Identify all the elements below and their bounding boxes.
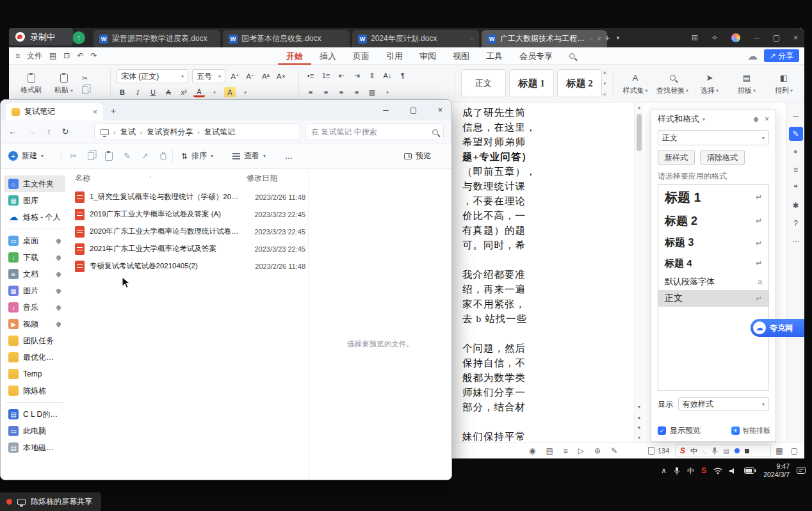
grow-font-icon[interactable]: A⁺ [229, 70, 241, 83]
edit-mode-icon[interactable]: ✎ [611, 446, 617, 455]
window-layout-icon[interactable]: ⊞ [692, 33, 698, 42]
sidebar-item-downloads[interactable]: ↓下载 [4, 249, 65, 266]
style-item-heading4[interactable]: 标题 4↵ [658, 254, 768, 273]
view-grid-icon[interactable]: ▦ [775, 446, 783, 455]
align-center-icon[interactable]: ≡ [320, 86, 332, 99]
crumb-fushi[interactable]: 复试 [120, 127, 136, 138]
search-icon[interactable] [561, 48, 583, 65]
show-styles-combo[interactable]: 有效样式▾ [678, 397, 769, 411]
minimize-button[interactable]: ─ [754, 33, 759, 42]
sidebar-item-folder[interactable]: 陈烁栋 [4, 382, 65, 399]
web-layout-icon[interactable]: ⊕ [594, 446, 601, 455]
page-layout-icon[interactable]: ▤ [546, 446, 553, 455]
tab-insert[interactable]: 插入 [311, 48, 345, 65]
scroll-down-icon[interactable]: ▾ [638, 404, 640, 410]
share-icon[interactable]: ↗ [142, 151, 149, 161]
close-button[interactable]: × [793, 33, 798, 42]
tab-restore-icon[interactable]: ▫ [590, 35, 593, 44]
minimize-button[interactable]: ─ [383, 106, 389, 115]
previous-page-icon[interactable]: ▴ [638, 414, 640, 420]
shrink-font-icon[interactable]: A⁻ [245, 70, 256, 83]
align-left-icon[interactable]: ≡ [305, 86, 316, 99]
next-page-icon[interactable]: ▾ [638, 435, 640, 441]
wifi-icon[interactable] [713, 467, 722, 474]
tools-icon[interactable]: ✱ [789, 199, 803, 213]
doc-tab[interactable]: W2024年度计划.docx◦ [352, 30, 479, 47]
font-color-caret-icon[interactable]: ▾ [209, 86, 220, 99]
line-spacing-icon[interactable]: ⇕ [366, 69, 378, 82]
search-input[interactable] [311, 127, 428, 136]
cloud-sync-icon[interactable]: ☁ [747, 50, 758, 62]
smart-typeset-button[interactable]: ✦智能排版 [731, 426, 770, 435]
new-button[interactable]: + 新建 ▾ [8, 143, 44, 168]
style-item-heading1[interactable]: 标题 1↵ [658, 185, 768, 209]
wps-ai-icon[interactable] [731, 33, 740, 42]
proofread-icon[interactable]: ◉ [529, 446, 535, 455]
input-language-icon[interactable]: 中 [687, 466, 694, 476]
arrange-tool[interactable]: ◧排列▾ [766, 69, 802, 99]
clock[interactable]: 9:47 2024/3/7 [763, 462, 790, 479]
read-mode-icon[interactable]: ▷ [578, 446, 584, 455]
browse-object-icon[interactable]: ● [638, 425, 641, 430]
outline-panel-icon[interactable]: ≡ [789, 163, 803, 177]
rename-icon[interactable]: ✎ [124, 151, 131, 161]
explorer-tab[interactable]: 复试笔记 × [6, 103, 103, 120]
sidebar-item-desktop[interactable]: ▭桌面 [4, 232, 65, 249]
input-mode-chinese[interactable]: 中 [690, 446, 697, 456]
document-scrollbar[interactable]: ▴ ▾ ▴ ● ▾ [634, 102, 643, 442]
crumb-ziliao[interactable]: 复试资料分享 [147, 127, 193, 138]
search-box[interactable] [305, 124, 444, 140]
battery-icon[interactable] [744, 467, 756, 474]
sogou-tray-icon[interactable]: S [701, 466, 706, 475]
sidebar-item-folder[interactable]: Temp [4, 366, 65, 382]
save-icon[interactable]: ▤ [49, 51, 56, 60]
maximize-button[interactable]: ▢ [410, 106, 417, 115]
sidebar-item-music[interactable]: ♪音乐 [4, 299, 65, 316]
hidden-icons-chevron[interactable]: ∧ [661, 466, 667, 475]
maximize-button[interactable]: ▢ [773, 33, 780, 42]
sort-icon[interactable]: A↓ [382, 69, 393, 82]
skin-icon[interactable] [735, 448, 740, 453]
clear-format-icon[interactable]: A× [275, 70, 287, 83]
paste-icon[interactable] [105, 152, 113, 161]
sidebar-item-this-pc[interactable]: ▭此电脑 [4, 423, 65, 439]
file-row[interactable]: 2019广东工业大学概率论试卷及答案 (A)2023/3/23 22:45 [72, 206, 308, 223]
doc-tab-active[interactable]: W广工大数据技术与工程复试基▫× [482, 30, 607, 47]
tab-page[interactable]: 页面 [345, 48, 378, 65]
support-icon[interactable]: ✧ [711, 33, 718, 42]
outline-view-icon[interactable]: ≡ [564, 446, 568, 455]
tab-reference[interactable]: 引用 [378, 48, 411, 65]
gallery-down-icon[interactable]: ▾ [603, 81, 606, 86]
bullet-list-icon[interactable]: •≡ [305, 69, 316, 82]
style-heading1[interactable]: 标题 1 [509, 69, 554, 97]
gallery-up-icon[interactable]: ▴ [603, 69, 606, 75]
file-row[interactable]: 专硕复试考试笔试卷20210405(2)2023/2/26 11:48 [72, 257, 308, 275]
new-tab-button[interactable]: + [605, 32, 610, 43]
gallery-menu-icon[interactable]: ≡ [603, 92, 606, 97]
volume-icon[interactable] [729, 467, 737, 474]
share-button[interactable]: ↗分享 [764, 49, 799, 62]
redo-icon[interactable]: ↷ [90, 51, 97, 60]
numbered-list-icon[interactable]: 1≡ [320, 69, 332, 82]
font-color-button[interactable]: A [193, 87, 205, 97]
recording-badge[interactable]: 录制中 [9, 28, 73, 45]
sidebar-item-gallery[interactable]: ▦图库 [4, 192, 65, 209]
toolbox-icon[interactable] [745, 449, 749, 453]
tab-close-icon[interactable]: × [597, 35, 601, 44]
keyboard-icon[interactable]: ▤ [723, 448, 729, 455]
strikethrough-button[interactable]: A [163, 86, 174, 99]
collapse-icon[interactable]: ─ [789, 109, 803, 123]
paragraph-more-caret-icon[interactable]: ▾ [382, 86, 393, 99]
sidebar-item-local-disk-c[interactable]: ▤本地磁盘 (C:) [4, 439, 65, 456]
voice-input-icon[interactable] [711, 447, 718, 455]
style-item-heading2[interactable]: 标题 2↵ [658, 209, 768, 232]
justify-icon[interactable]: ≡ [351, 86, 362, 99]
underline-button[interactable]: U [147, 86, 159, 99]
file-row[interactable]: 1_研究生复试概率论与数理统计（学硕）202104022023/2/26 11:… [72, 188, 308, 206]
sogou-logo[interactable]: S [680, 446, 685, 455]
print-icon[interactable]: ⊡ [63, 51, 70, 60]
column-date-modified[interactable]: 修改日期 [247, 173, 277, 184]
sort-button[interactable]: ⇅ 排序 ▾ [181, 143, 213, 168]
tab-member[interactable]: 会员专享 [511, 48, 561, 65]
file-row[interactable]: 2021年广东工业大学概率论考试及答案2023/3/23 22:45 [72, 240, 308, 257]
